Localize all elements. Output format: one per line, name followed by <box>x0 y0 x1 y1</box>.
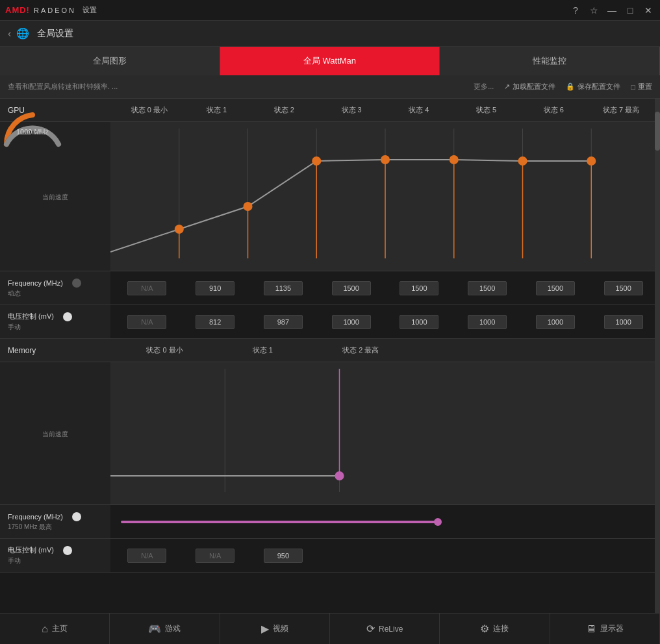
more-link[interactable]: 更多... <box>474 82 494 92</box>
load-icon: ↗ <box>504 82 510 91</box>
gpu-state-2: 状态 2 <box>251 105 318 115</box>
memory-frequency-label: Frequency (MHz) <box>8 513 63 521</box>
tab-performance-monitor[interactable]: 性能监控 <box>440 47 660 75</box>
gpu-voltage-toggle[interactable] <box>63 312 72 321</box>
save-profile-button[interactable]: 🔒 保存配置文件 <box>566 82 620 92</box>
memory-header-row: Memory 状态 0 最小 状态 1 状态 2 最高 <box>0 339 660 362</box>
memory-frequency-slider[interactable] <box>121 521 438 523</box>
gpu-freq-cell-2: 1135 <box>249 281 318 295</box>
memory-voltage-toggle[interactable] <box>63 546 72 555</box>
reset-button[interactable]: □ 重置 <box>631 82 652 92</box>
gpu-freq-cell-6: 1500 <box>522 281 590 295</box>
display-label: 显示器 <box>600 623 624 634</box>
bottom-nav: ⌂ 主页 🎮 游戏 ▶ 视频 ⟳ ReLive ⚙ 连接 🖥 显示器 <box>0 613 660 644</box>
gpu-state-5: 状态 5 <box>453 105 520 115</box>
memory-voltage-sub: 手动 <box>8 556 103 565</box>
tab-bar: 全局图形 全局 WattMan 性能监控 <box>0 47 660 75</box>
gpu-gauge-desc: 当前速度 <box>42 193 68 202</box>
minimize-button[interactable]: — <box>605 4 618 17</box>
gpu-state-7: 状态 7 最高 <box>587 105 655 115</box>
gpu-state-3: 状态 3 <box>318 105 385 115</box>
load-profile-button[interactable]: ↗ 加载配置文件 <box>504 82 555 92</box>
memory-volt-spacer-3 <box>453 549 522 563</box>
memory-state-2: 状态 2 最高 <box>312 345 410 355</box>
memory-state-headers: 状态 0 最小 状态 1 状态 2 最高 <box>110 345 660 355</box>
gpu-voltage-sub: 手动 <box>8 323 103 332</box>
games-icon: 🎮 <box>148 623 161 635</box>
help-button[interactable]: ? <box>569 4 582 17</box>
gpu-header-row: GPU 状态 0 最小 状态 1 状态 2 状态 3 状态 4 状态 5 状态 … <box>0 99 660 122</box>
memory-gauge-desc: 当前速度 <box>42 430 68 439</box>
close-button[interactable]: ✕ <box>642 4 655 17</box>
memory-state-0: 状态 0 最小 <box>116 345 214 355</box>
gpu-frequency-label-col: Frequency (MHz) 动态 <box>0 271 110 304</box>
memory-gauge-svg: 1000 MHz <box>0 99 65 151</box>
memory-gauge: 1000 MHz 当前速度 <box>42 428 68 439</box>
gpu-volt-cell-2: 987 <box>249 315 318 329</box>
svg-point-13 <box>312 156 321 166</box>
gpu-voltage-label-col: 电压控制 (mV) 手动 <box>0 305 110 338</box>
gpu-volt-cell-6: 1000 <box>522 315 590 329</box>
gpu-voltage-cells: N/A 812 987 1000 1000 1000 1000 1000 <box>110 315 660 329</box>
gpu-volt-cell-1: 812 <box>181 315 249 329</box>
svg-point-15 <box>381 155 390 164</box>
connect-label: 连接 <box>493 623 509 634</box>
memory-voltage-row: 电压控制 (mV) 手动 N/A N/A 950 <box>0 539 660 573</box>
bottom-nav-games[interactable]: 🎮 游戏 <box>110 613 220 644</box>
memory-voltage-cells: N/A N/A 950 <box>110 549 660 563</box>
gpu-voltage-label: 电压控制 (mV) <box>8 312 54 321</box>
gpu-chart-main <box>110 122 660 271</box>
svg-text:1000 MHz: 1000 MHz <box>16 128 49 136</box>
star-button[interactable]: ☆ <box>587 4 600 17</box>
gpu-state-0: 状态 0 最小 <box>116 105 183 115</box>
gpu-state-6: 状态 6 <box>520 105 588 115</box>
header-nav: ‹ 🌐 全局设置 <box>0 21 660 47</box>
scrollbar-thumb[interactable] <box>655 112 660 151</box>
bottom-nav-connect[interactable]: ⚙ 连接 <box>440 613 550 644</box>
memory-frequency-sub: 1750 MHz 最高 <box>8 523 103 532</box>
memory-state-1: 状态 1 <box>214 345 312 355</box>
video-icon: ▶ <box>261 623 269 635</box>
window-controls: ? ☆ — □ ✕ <box>569 4 655 17</box>
gpu-gauge: 580 MHz 当前速度 <box>42 192 68 202</box>
memory-chart-section: 1000 MHz 当前速度 <box>0 362 660 505</box>
gpu-state-headers: 状态 0 最小 状态 1 状态 2 状态 3 状态 4 状态 5 状态 6 状态… <box>110 105 660 115</box>
gpu-freq-cell-1: 910 <box>181 281 249 295</box>
save-icon: 🔒 <box>566 82 575 91</box>
memory-chart-main <box>110 362 660 504</box>
memory-frequency-label-col: Frequency (MHz) 1750 MHz 最高 <box>0 505 110 538</box>
svg-point-17 <box>450 155 459 164</box>
svg-point-21 <box>587 156 596 166</box>
bottom-nav-video[interactable]: ▶ 视频 <box>220 613 330 644</box>
memory-frequency-slider-area <box>110 521 660 523</box>
gpu-state-1: 状态 1 <box>183 105 251 115</box>
bottom-nav-relive[interactable]: ⟳ ReLive <box>330 613 440 644</box>
memory-volt-spacer-2 <box>385 549 453 563</box>
maximize-button[interactable]: □ <box>624 4 637 17</box>
gpu-freq-cell-3: 1500 <box>317 281 385 295</box>
svg-point-9 <box>175 225 184 234</box>
bottom-nav-home[interactable]: ⌂ 主页 <box>0 613 110 644</box>
games-label: 游戏 <box>165 623 181 634</box>
gpu-frequency-cells: N/A 910 1135 1500 1500 1500 1500 1500 <box>110 281 660 295</box>
gpu-frequency-toggle[interactable] <box>72 279 81 288</box>
scrollbar-track[interactable] <box>655 99 660 613</box>
memory-volt-cell-2: 950 <box>249 549 318 563</box>
memory-gauge-area: 1000 MHz 当前速度 <box>0 362 110 504</box>
gpu-frequency-label: Frequency (MHz) <box>8 279 63 287</box>
connect-icon: ⚙ <box>480 623 489 635</box>
memory-line-chart <box>110 362 660 504</box>
gpu-frequency-row: Frequency (MHz) 动态 N/A 910 1135 1500 150… <box>0 271 660 305</box>
back-button[interactable]: ‹ <box>8 28 11 40</box>
gpu-freq-cell-0: N/A <box>113 281 181 295</box>
svg-point-19 <box>518 156 527 166</box>
toolbar-description: 查看和配置风扇转速和时钟频率. ... <box>8 82 468 92</box>
bottom-nav-display[interactable]: 🖥 显示器 <box>550 613 660 644</box>
display-icon: 🖥 <box>586 623 596 635</box>
toolbar: 查看和配置风扇转速和时钟频率. ... 更多... ↗ 加载配置文件 🔒 保存配… <box>0 75 660 99</box>
gpu-freq-cell-4: 1500 <box>385 281 453 295</box>
tab-global-wattman[interactable]: 全局 WattMan <box>220 47 440 75</box>
tab-global-graphics[interactable]: 全局图形 <box>0 47 220 75</box>
gpu-volt-cell-4: 1000 <box>385 315 453 329</box>
memory-frequency-toggle[interactable] <box>72 512 81 521</box>
